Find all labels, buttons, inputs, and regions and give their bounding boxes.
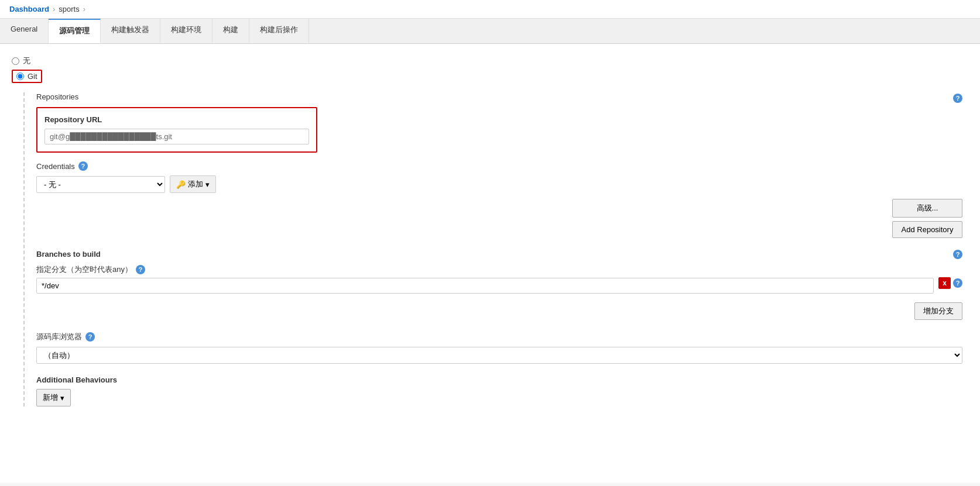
repo-url-label: Repository URL [44,115,309,124]
repositories-main: Repositories Repository URL Credentials … [36,92,947,193]
tab-build-triggers[interactable]: 构建触发器 [101,19,160,43]
repositories-row: Repositories Repository URL Credentials … [36,92,962,193]
credentials-select[interactable]: - 无 - [36,176,165,193]
branches-label-row: Branches to build ? [36,250,962,264]
credentials-label: Credentials ? [36,161,947,171]
breadcrumb-end-arrow: › [83,5,85,13]
radio-group: 无 Git [12,56,962,87]
branch-item-help-icon[interactable]: ? [953,278,962,288]
branch-specifier-help-icon[interactable]: ? [136,265,145,274]
branches-help-icon[interactable]: ? [953,250,962,259]
credentials-add-label: 添加 [188,179,203,189]
branch-specifier-label: 指定分支（为空时代表any） ? [36,264,934,275]
tab-post-build[interactable]: 构建后操作 [249,19,309,43]
radio-none-label: 无 [23,56,30,66]
tab-build[interactable]: 构建 [213,19,249,43]
breadcrumb: Dashboard › sports › [0,0,980,19]
add-repository-button[interactable]: Add Repository [892,221,962,238]
repositories-help: ? [953,92,962,103]
branch-delete-button[interactable]: x [938,277,951,289]
credentials-help-icon[interactable]: ? [78,161,88,171]
branches-section: Branches to build ? 指定分支（为空时代表any） ? x ? [36,250,962,320]
new-behaviour-label: 新增 [43,392,58,403]
credentials-add-button[interactable]: 🔑 添加 ▾ [170,175,216,193]
source-browser-label-text: 源码库浏览器 [36,332,82,342]
add-branch-row: 增加分支 [36,299,962,320]
breadcrumb-current: sports [59,5,79,13]
source-browser-label-row: 源码库浏览器 ? [36,332,962,347]
breadcrumb-dashboard[interactable]: Dashboard [9,5,49,13]
repositories-label: Repositories [36,92,947,101]
tab-source-management[interactable]: 源码管理 [49,19,101,43]
credentials-label-text: Credentials [36,162,75,171]
repository-box: Repository URL [36,107,317,153]
tab-general[interactable]: General [0,19,49,43]
repositories-label-text: Repositories [36,92,78,101]
right-actions: 高级... Add Repository [36,199,962,238]
radio-none-input[interactable] [12,57,19,65]
tabs-bar: General 源码管理 构建触发器 构建环境 构建 构建后操作 [0,19,980,44]
repo-url-input[interactable] [44,129,309,144]
branch-specifier-input[interactable] [36,278,934,294]
new-behaviour-arrow: ▾ [60,394,64,402]
branches-label-text: Branches to build [36,250,101,258]
source-browser-section: 源码库浏览器 ? （自动） [36,332,962,364]
source-browser-label: 源码库浏览器 ? [36,332,95,342]
radio-git-input[interactable] [16,73,24,80]
key-icon: 🔑 [176,180,186,189]
git-section: Repositories Repository URL Credentials … [23,92,962,406]
source-browser-select[interactable]: （自动） [36,347,962,364]
radio-git-label: Git [28,72,37,81]
breadcrumb-arrow: › [53,5,55,13]
advanced-button[interactable]: 高级... [892,199,962,218]
radio-git-option[interactable]: Git [12,70,42,83]
branch-item: 指定分支（为空时代表any） ? [36,264,934,294]
branches-label: Branches to build [36,250,101,258]
add-dropdown-arrow: ▾ [205,180,210,189]
credentials-section: Credentials ? - 无 - 🔑 添加 ▾ [36,161,947,193]
radio-none-option[interactable]: 无 [12,56,962,66]
tab-build-env[interactable]: 构建环境 [160,19,213,43]
main-content: 无 Git Repositories Repository URL [0,44,980,483]
branch-specifier-label-text: 指定分支（为空时代表any） [36,264,132,275]
additional-behaviours-section: Additional Behaviours 新增 ▾ [36,375,962,406]
source-browser-help-icon[interactable]: ? [85,332,95,342]
credentials-row: - 无 - 🔑 添加 ▾ [36,175,947,193]
new-behaviour-button[interactable]: 新增 ▾ [36,389,71,406]
add-branch-button[interactable]: 增加分支 [914,302,962,320]
additional-behaviours-label: Additional Behaviours [36,375,962,384]
repositories-help-icon[interactable]: ? [953,94,962,103]
